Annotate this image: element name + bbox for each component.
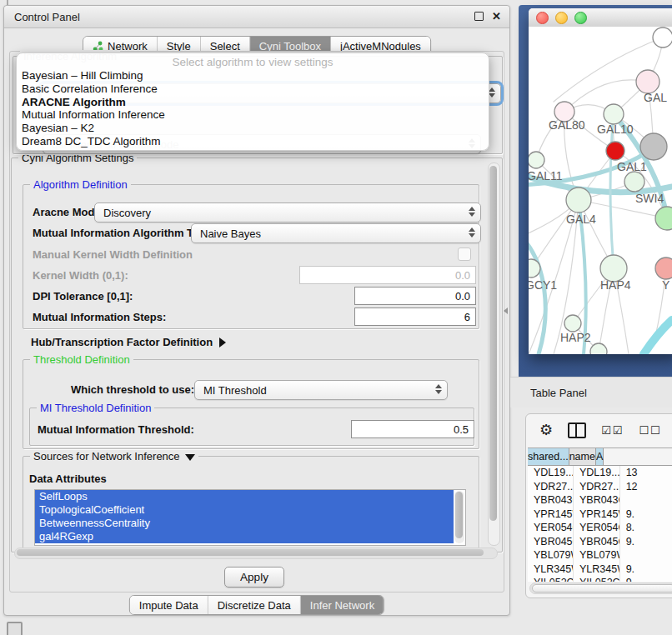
dpi-tolerance-field[interactable]: 0.0 — [354, 287, 476, 305]
tab[interactable]: Impute Data — [130, 596, 208, 614]
bottom-tabbar: Impute Data Discretize Data Infer Networ… — [129, 595, 384, 615]
splitter-collapse-icon[interactable] — [504, 308, 508, 314]
table-hscrollbar-track[interactable] — [529, 582, 672, 594]
network-node-label: GAL4 — [566, 212, 596, 226]
column-header[interactable]: shared... — [528, 448, 569, 465]
tab-label: Discretize Data — [218, 599, 291, 612]
columns-icon[interactable] — [568, 422, 586, 438]
node-table: shared... name A YDL19... YDL19... — [528, 448, 672, 582]
algorithm-option[interactable]: ARACNE Algorithm — [22, 96, 484, 109]
mi-type-label: Mutual Information Algorithm Type: — [33, 227, 215, 239]
node-salmon[interactable] — [655, 258, 672, 279]
network-edge[interactable] — [529, 239, 545, 354]
network-view-canvas[interactable]: GALGAL80GAL10GAL1GAL11SWI4GAL4GCY1HAP4YH… — [529, 27, 672, 354]
sources-group-title[interactable]: Sources for Network Inference — [30, 450, 198, 462]
deselect-all-checkboxes-icon[interactable]: ☐☐ — [639, 424, 661, 437]
table-panel-header: Table Panel — [510, 377, 672, 408]
node-bright-green[interactable] — [655, 207, 672, 230]
table-row[interactable]: YDL19... YDL19... 13 — [528, 466, 672, 480]
node-gal11[interactable] — [529, 152, 544, 168]
table-row[interactable]: YDR27... YDR27... 12 — [528, 480, 672, 494]
algorithm-option[interactable]: Bayesian – K2 — [22, 122, 484, 135]
node-red[interactable] — [606, 142, 624, 160]
combo-stepper-icon — [435, 384, 442, 394]
attribute-item-selected[interactable]: gal4RGexp — [35, 530, 454, 543]
hub-definition-toggle[interactable]: Hub/Transcription Factor Definition — [31, 336, 226, 348]
cell-value — [620, 548, 672, 562]
tab[interactable]: Discretize Data — [208, 596, 301, 614]
settings-scrollbar-track[interactable] — [488, 162, 500, 546]
mi-threshold-field[interactable]: 0.5 — [351, 420, 474, 438]
cell-name: YER054C — [574, 521, 620, 535]
kernel-width-field[interactable]: 0.0 — [299, 266, 476, 284]
cell-shared-name: YBL079W — [528, 548, 574, 562]
mi-threshold-label: Mutual Information Threshold: — [38, 423, 194, 436]
column-header[interactable]: name — [569, 448, 596, 465]
node-gal4[interactable] — [566, 188, 591, 212]
cell-name: YBR045C — [574, 535, 620, 549]
table-row[interactable]: YBR043C YBR043C — [528, 493, 672, 508]
cell-shared-name: YBR045C — [528, 535, 574, 549]
settings-scrollbar-thumb[interactable] — [489, 166, 497, 521]
column-header[interactable]: A — [596, 448, 604, 465]
gear-icon[interactable]: ⚙ — [539, 421, 553, 439]
network-window-titlebar — [529, 8, 672, 28]
node-gal1[interactable] — [624, 172, 644, 192]
settings-hscrollbar-track[interactable] — [14, 548, 498, 559]
table-row[interactable]: YLR345W YLR345W 9. — [528, 562, 672, 577]
close-icon[interactable]: ✕ — [492, 11, 501, 22]
attribute-item-selected[interactable]: BetweennessCentrality — [35, 517, 454, 530]
close-traffic-light[interactable] — [536, 12, 549, 24]
aracne-mode-combo[interactable]: Discovery — [94, 202, 481, 222]
combo-stepper-icon — [469, 228, 475, 238]
cell-shared-name: YBR043C — [528, 493, 574, 508]
tab-label: Impute Data — [139, 599, 198, 612]
float-window-icon[interactable] — [474, 12, 484, 21]
algorithm-option[interactable]: Bayesian – Hill Climbing — [22, 69, 484, 82]
table-row[interactable]: YBR045C YBR045C 9. — [528, 535, 672, 549]
table-hscrollbar-thumb[interactable] — [532, 584, 672, 592]
apply-button[interactable]: Apply — [224, 567, 284, 588]
cell-value: 13 — [620, 466, 672, 480]
select-all-checkboxes-icon[interactable]: ☑☑ — [601, 424, 624, 437]
minimized-panel-icon[interactable] — [7, 622, 23, 635]
attribute-item-selected[interactable]: SelfLoops — [35, 490, 454, 503]
algorithm-option[interactable]: Mutual Information Inference — [22, 108, 484, 122]
combo-stepper-icon — [489, 88, 495, 98]
cell-value: 8. — [620, 521, 672, 535]
cell-shared-name: YDR27... — [528, 480, 574, 494]
column-header-label: A — [596, 451, 603, 462]
network-node-label: Y — [662, 278, 670, 292]
node-unlabeled-top[interactable] — [653, 28, 672, 48]
node-gal-pink[interactable] — [636, 70, 659, 93]
mi-steps-field[interactable]: 6 — [354, 308, 476, 326]
hub-definition-label: Hub/Transcription Factor Definition — [31, 336, 213, 348]
table-row[interactable]: YBL079W YBL079W — [528, 548, 672, 562]
node-gal10[interactable] — [604, 104, 624, 124]
node-hap2[interactable] — [564, 315, 581, 332]
algorithm-option[interactable]: Dream8 DC_TDC Algorithm — [22, 135, 484, 148]
attribute-item-selected[interactable]: TopologicalCoefficient — [35, 503, 454, 517]
manual-kernel-checkbox[interactable] — [458, 248, 471, 261]
table-row[interactable]: YIL052C YIL052C 9. — [528, 576, 672, 582]
cell-name: YDR27... — [574, 480, 620, 494]
mi-steps-value: 6 — [464, 311, 470, 323]
minimize-traffic-light[interactable] — [555, 12, 568, 24]
cell-shared-name: YPR145W — [528, 508, 574, 522]
threshold-definition-title: Threshold Definition — [30, 353, 133, 366]
network-node-label: SWI4 — [635, 192, 664, 205]
settings-hscrollbar-thumb[interactable] — [17, 549, 484, 556]
tab[interactable]: Infer Network — [301, 596, 384, 614]
zoom-traffic-light[interactable] — [574, 12, 587, 24]
algorithm-option[interactable]: Basic Correlation Inference — [22, 82, 484, 96]
table-row[interactable]: YPR145W YPR145W 9. — [528, 508, 672, 522]
attributes-scrollbar-track[interactable] — [454, 491, 464, 543]
node-gray[interactable] — [640, 133, 667, 160]
cell-name: YDL19... — [574, 466, 620, 480]
mi-type-combo[interactable]: Naive Bayes — [191, 223, 481, 243]
attributes-scrollbar-thumb[interactable] — [455, 492, 463, 538]
which-threshold-value: MI Threshold — [203, 384, 267, 397]
table-row[interactable]: YER054C YER054C 8. — [528, 521, 672, 535]
network-node-label: GAL1 — [617, 160, 647, 173]
which-threshold-combo[interactable]: MI Threshold — [194, 380, 448, 400]
